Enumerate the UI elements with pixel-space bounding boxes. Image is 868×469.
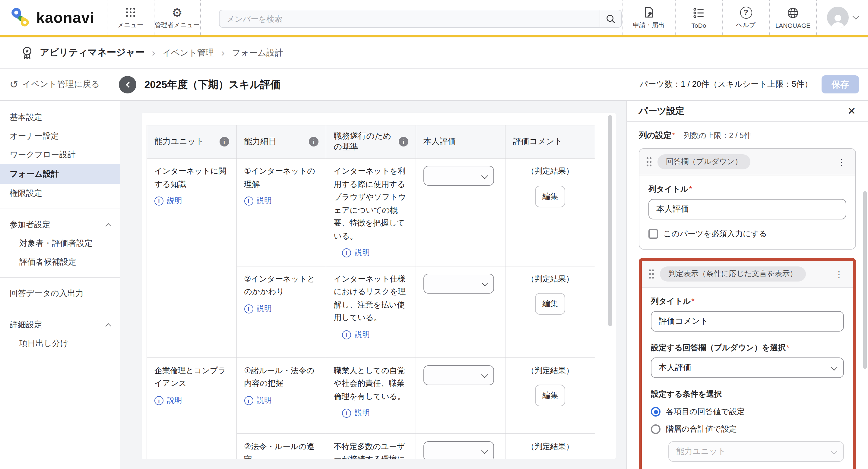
edit-button[interactable]: 編集 [535, 293, 565, 315]
save-button[interactable]: 保存 [822, 75, 859, 94]
main-region: 基本設定 オーナー設定 ワークフロー設計 フォーム設計 権限設定 参加者設定 対… [0, 101, 868, 469]
radio-unselected-icon[interactable] [651, 425, 660, 434]
breadcrumb-event-management[interactable]: イベント管理 [162, 47, 214, 58]
search-icon [606, 13, 616, 24]
info-icon: i [342, 409, 351, 418]
sidebar-item-answer-data-io[interactable]: 回答データの入出力 [0, 284, 120, 303]
required-checkbox[interactable] [648, 229, 658, 239]
drag-handle-icon[interactable] [649, 269, 654, 278]
help-question-icon: ? [740, 6, 752, 19]
application-stamp-icon [642, 6, 655, 19]
answer-cell [416, 158, 505, 266]
kaonavi-logo[interactable]: kaonavi [0, 0, 106, 35]
description-link[interactable]: i説明 [342, 407, 370, 420]
col-header-ability-unit: 能力ユニットi [147, 125, 237, 158]
column-title-input[interactable] [648, 199, 846, 220]
required-checkbox-row[interactable]: このパーツを必須入力にする [648, 229, 846, 239]
gear-icon: ⚙ [172, 6, 183, 19]
help-nav-item[interactable]: ? ヘルプ [722, 0, 769, 35]
back-circle-button[interactable] [119, 76, 136, 93]
info-icon[interactable]: i [309, 137, 318, 146]
answer-cell [416, 266, 505, 358]
globe-icon [786, 6, 799, 20]
breadcrumb-separator: › [152, 47, 155, 59]
sidebar-item-item-sorting[interactable]: 項目出し分け [0, 334, 120, 353]
chevron-down-icon [482, 371, 488, 378]
header-right-nav: 申請・届出 ToDo ? ヘルプ [622, 0, 868, 35]
table-scrollbar-thumb[interactable] [608, 115, 612, 326]
undo-arrow-icon: ↺ [10, 78, 19, 91]
skill-sheet-preview-card: 能力ユニットi 能力細目i 職務遂行のための基準i 本人評価 評価コメント [142, 113, 616, 459]
self-eval-select[interactable] [424, 273, 494, 293]
chevron-left-icon [126, 81, 132, 88]
chevron-down-icon [482, 279, 488, 286]
description-link[interactable]: i説明 [154, 394, 182, 407]
info-icon: i [244, 197, 253, 206]
back-to-event-management-link[interactable]: ↺ イベント管理に戻る [0, 78, 99, 91]
column-limit: 列数の上限：2 / 5件 [684, 131, 751, 141]
language-nav-item[interactable]: LANGUAGE [769, 0, 816, 35]
judgement-cell: （判定結果） 編集 [505, 358, 595, 433]
sidebar-item-owner-settings[interactable]: オーナー設定 [0, 127, 120, 145]
parts-settings-panel: パーツ設定 ✕ 列の設定* 列数の上限：2 / 5件 回答欄（プルダウン） ⋮ [626, 101, 868, 469]
edit-button[interactable]: 編集 [535, 384, 565, 406]
sidebar-item-workflow-design[interactable]: ワークフロー設計 [0, 145, 120, 164]
self-eval-select[interactable] [424, 441, 494, 459]
criteria-cell: インターネットを利用する際に使用するブラウザやソフトウェアについての概要、特徴を… [326, 158, 415, 266]
edit-button[interactable]: 編集 [535, 186, 565, 207]
ability-manager-badge-icon [21, 46, 34, 60]
sidebar-item-advanced-settings[interactable]: 詳細設定 [0, 315, 120, 334]
item-cell: ①インターネットの理解 i説明 [237, 158, 326, 266]
menu-nav-item[interactable]: メニュー [106, 0, 154, 35]
description-link[interactable]: i説明 [244, 302, 272, 315]
skill-sheet-table: 能力ユニットi 能力細目i 職務遂行のための基準i 本人評価 評価コメント [147, 125, 595, 459]
self-eval-select[interactable] [424, 166, 494, 186]
condition-radio-item-row[interactable]: 各項目の回答値で設定 [651, 406, 844, 417]
breadcrumb-separator: › [221, 47, 225, 59]
description-link[interactable]: i説明 [244, 195, 272, 208]
description-link[interactable]: i説明 [154, 195, 182, 208]
sidebar-item-permission-settings[interactable]: 権限設定 [0, 184, 120, 203]
self-eval-select[interactable] [424, 365, 494, 385]
logo-text: kaonavi [36, 9, 94, 26]
sidebar-item-evaluator-candidate-settings[interactable]: 評価者候補設定 [0, 253, 120, 271]
applications-nav-item[interactable]: 申請・届出 [622, 0, 675, 35]
sidebar-item-target-evaluator-settings[interactable]: 対象者・評価者設定 [0, 234, 120, 253]
description-link[interactable]: i説明 [342, 246, 370, 260]
search-button[interactable] [599, 10, 621, 27]
kebab-menu-icon[interactable]: ⋮ [835, 157, 848, 167]
sidebar-item-participant-settings[interactable]: 参加者設定 [0, 215, 120, 234]
sidebar-item-basic-settings[interactable]: 基本設定 [0, 108, 120, 127]
description-link[interactable]: i説明 [244, 394, 272, 407]
info-icon: i [244, 304, 253, 313]
breadcrumb: アビリティマネージャー › イベント管理 › フォーム設計 [0, 37, 868, 69]
todo-nav-item[interactable]: ToDo [675, 0, 722, 35]
condition-radio-hierarchy-row[interactable]: 階層の合計値で設定 [651, 424, 844, 435]
drag-handle-icon[interactable] [647, 157, 651, 166]
close-icon[interactable]: ✕ [847, 105, 856, 117]
target-pulldown-select[interactable]: 本人評価 [651, 358, 844, 378]
panel-scrollbar-thumb[interactable] [863, 191, 867, 369]
info-icon[interactable]: i [219, 137, 229, 146]
page-title: 2025年度（下期）スキル評価 [144, 77, 280, 91]
form-preview-area: 能力ユニットi 能力細目i 職務遂行のための基準i 本人評価 評価コメント [120, 101, 626, 469]
required-asterisk: * [691, 297, 694, 306]
chevron-up-icon [105, 223, 111, 229]
chevron-down-icon [482, 172, 488, 179]
answer-cell [416, 358, 505, 433]
account-menu[interactable] [816, 0, 868, 35]
info-icon[interactable]: i [399, 137, 408, 146]
search-input[interactable] [219, 10, 599, 27]
kebab-menu-icon[interactable]: ⋮ [832, 269, 846, 279]
judgement-result-label: （判定結果） [513, 165, 588, 177]
admin-menu-nav-item[interactable]: ⚙ 管理者メニュー [154, 0, 200, 35]
condition-label: 設定する条件を選択 [651, 390, 722, 399]
sidebar-item-form-design[interactable]: フォーム設計 [0, 164, 120, 184]
description-link[interactable]: i説明 [342, 328, 370, 341]
unit-cell: インターネットに関する知識 i説明 [147, 158, 237, 358]
grid-menu-icon [126, 6, 135, 19]
column-title-input[interactable] [651, 311, 844, 332]
required-asterisk: * [689, 185, 692, 194]
radio-selected-icon[interactable] [651, 407, 660, 416]
chevron-down-icon [852, 13, 859, 20]
